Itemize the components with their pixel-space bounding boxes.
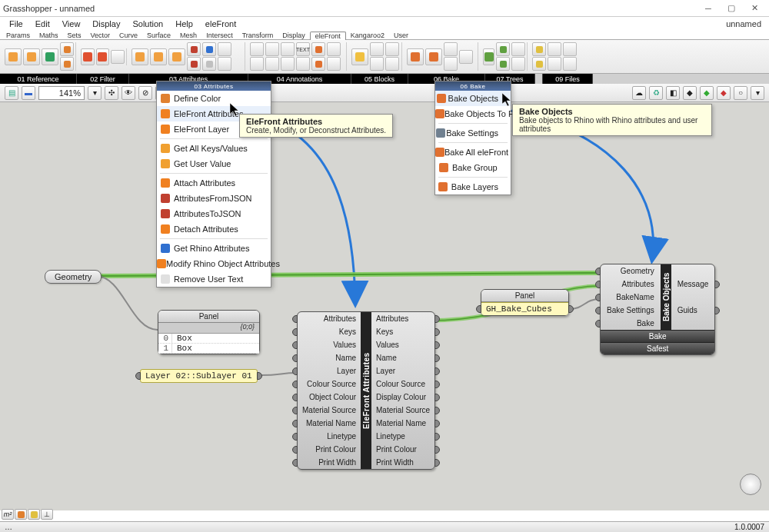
ribbon-icon[interactable]: [483, 48, 494, 65]
tool-icon[interactable]: [15, 509, 27, 520]
ribbon-icon[interactable]: [459, 50, 473, 64]
dropdown-item[interactable]: AttributesToJSON: [157, 206, 271, 221]
ribbon-icon[interactable]: [168, 48, 185, 65]
param-geometry[interactable]: Geometry: [45, 270, 102, 284]
grip[interactable]: [135, 372, 141, 380]
dropdown-item[interactable]: Get Rhino Attributes: [157, 241, 271, 256]
eye-off-icon[interactable]: ⊘: [138, 86, 152, 100]
output-port[interactable]: Values: [371, 338, 434, 351]
cat-maths[interactable]: Maths: [35, 32, 63, 39]
grip[interactable]: [292, 407, 298, 414]
ribbon-icon[interactable]: [311, 57, 325, 71]
component-elefront-attributes[interactable]: AttributesKeysValuesNameLayerColour Sour…: [297, 311, 435, 470]
dropdown-item[interactable]: Detach Attributes: [157, 221, 271, 237]
grip[interactable]: [714, 307, 720, 314]
grip[interactable]: [292, 354, 298, 362]
input-port[interactable]: Colour Source: [298, 377, 361, 391]
ribbon-icon[interactable]: [281, 57, 295, 71]
dropdown-item[interactable]: Modify Rhino Object Attributes: [157, 256, 271, 271]
output-port[interactable]: Name: [371, 351, 434, 364]
dropdown-item[interactable]: Bake Group: [435, 160, 511, 175]
grip[interactable]: [595, 307, 601, 314]
crosshair-icon[interactable]: ✣: [105, 86, 118, 100]
output-port[interactable]: Guids: [671, 304, 715, 317]
ribbon-icon[interactable]: [511, 57, 525, 71]
ribbon-icon[interactable]: [42, 48, 58, 65]
output-port[interactable]: Message: [671, 278, 715, 291]
output-port[interactable]: Print Colour: [371, 443, 434, 456]
grip[interactable]: [292, 420, 298, 427]
dropdown-item[interactable]: Get All Keys/Values: [157, 141, 271, 156]
cat-vector[interactable]: Vector: [86, 32, 115, 39]
grip[interactable]: [434, 354, 440, 362]
input-port[interactable]: Values: [298, 338, 361, 351]
cat-elefront[interactable]: eleFront: [310, 32, 346, 41]
grip[interactable]: [434, 394, 440, 401]
paneltab-02-filter[interactable]: 02 Filter: [77, 74, 129, 84]
tool-icon[interactable]: [28, 509, 40, 520]
ribbon-icon[interactable]: [60, 57, 74, 71]
cat-surface[interactable]: Surface: [142, 32, 175, 39]
input-port[interactable]: Bake Settings: [601, 304, 661, 317]
output-port[interactable]: Material Source: [371, 404, 434, 417]
units-icon[interactable]: m²: [2, 509, 14, 520]
input-port[interactable]: Linetype: [298, 430, 361, 443]
ribbon-icon[interactable]: [96, 48, 110, 65]
ribbon-icon[interactable]: [131, 48, 148, 65]
dropdown-item[interactable]: Bake Objects: [435, 91, 511, 106]
safest-button[interactable]: Safest: [601, 342, 714, 354]
ribbon-icon[interactable]: [385, 42, 399, 56]
ribbon-icon[interactable]: [385, 57, 399, 71]
wire-icon[interactable]: ◆: [683, 86, 697, 100]
input-port[interactable]: BakeName: [601, 291, 661, 304]
grip[interactable]: [292, 459, 298, 467]
grip[interactable]: [434, 367, 440, 375]
settings-dropdown[interactable]: ▾: [751, 86, 764, 100]
ribbon-icon[interactable]: [218, 57, 231, 71]
paneltab-01-reference[interactable]: 01 Reference: [0, 74, 77, 84]
ribbon-icon[interactable]: [351, 48, 368, 65]
ribbon-icon[interactable]: [548, 57, 561, 71]
eye-icon[interactable]: 👁: [122, 86, 135, 100]
menu-solution[interactable]: Solution: [126, 18, 169, 30]
ribbon-icon[interactable]: [444, 57, 458, 71]
input-port[interactable]: Layer: [298, 364, 361, 377]
cat-transform[interactable]: Transform: [238, 32, 278, 39]
save-icon[interactable]: ▬: [22, 86, 35, 100]
canvas[interactable]: Geometry Panel {0;0} 0Box 1Box Layer 02:…: [0, 102, 769, 510]
ribbon-icon[interactable]: [250, 42, 264, 56]
dropdown-item[interactable]: Define Color: [157, 91, 271, 106]
grip[interactable]: [476, 305, 481, 313]
input-port[interactable]: Geometry: [601, 264, 661, 278]
menu-view[interactable]: View: [56, 18, 87, 30]
zoom-dropdown[interactable]: ▾: [88, 86, 102, 100]
grip[interactable]: [434, 381, 440, 388]
ribbon-icon[interactable]: [532, 42, 546, 56]
text-icon[interactable]: TEXT: [296, 42, 310, 56]
input-port[interactable]: Bake: [601, 317, 661, 330]
shade-red-icon[interactable]: ◆: [717, 86, 731, 100]
ribbon-icon[interactable]: [496, 57, 510, 71]
grip[interactable]: [434, 433, 440, 441]
minimize-button[interactable]: ─: [697, 1, 720, 16]
ribbon-icon[interactable]: [202, 57, 216, 71]
grip[interactable]: [595, 320, 601, 328]
menu-file[interactable]: File: [3, 18, 29, 30]
cat-kangaroo2[interactable]: Kangaroo2: [346, 32, 389, 39]
ribbon-icon[interactable]: [548, 42, 561, 56]
paneltab-05-blocks[interactable]: 05 Blocks: [351, 74, 408, 84]
open-icon[interactable]: ▤: [5, 86, 18, 100]
panel-component-2[interactable]: Panel GH_Bake_Cubes: [481, 289, 569, 316]
grip[interactable]: [595, 294, 601, 301]
shade-blank-icon[interactable]: ○: [734, 86, 747, 100]
grip[interactable]: [714, 281, 720, 288]
output-port[interactable]: Material Name: [371, 417, 434, 430]
grip[interactable]: [292, 381, 298, 388]
dropdown-item[interactable]: Bake All eleFront: [435, 145, 511, 160]
input-port[interactable]: Attributes: [298, 312, 361, 325]
dropdown-item[interactable]: Attach Attributes: [157, 175, 271, 191]
cat-params[interactable]: Params: [2, 32, 35, 39]
ribbon-icon[interactable]: [202, 42, 216, 56]
input-port[interactable]: Print Colour: [298, 443, 361, 456]
ribbon-icon[interactable]: [150, 48, 167, 65]
